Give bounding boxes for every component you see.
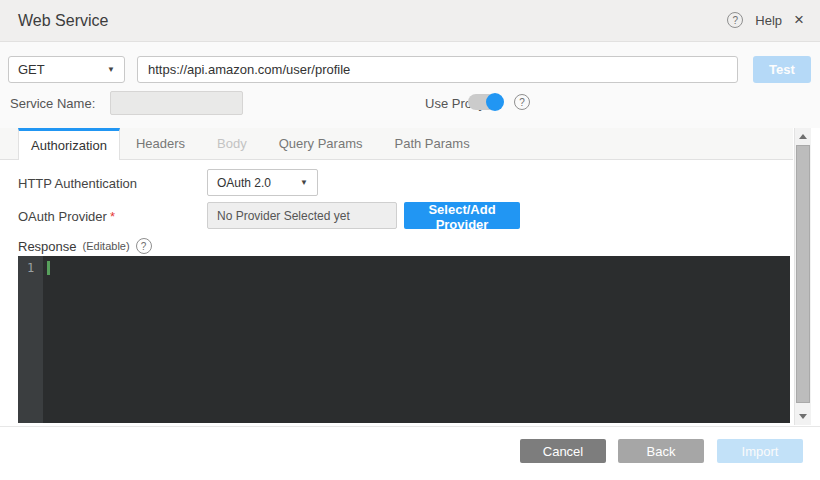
footer-divider bbox=[0, 426, 820, 427]
oauth-provider-label: OAuth Provider* bbox=[18, 209, 115, 224]
test-button[interactable]: Test bbox=[753, 56, 811, 83]
response-label-row: Response (Editable) ? bbox=[18, 238, 152, 254]
scroll-up-icon[interactable] bbox=[799, 134, 807, 139]
service-name-input[interactable] bbox=[110, 91, 243, 115]
scroll-down-icon[interactable] bbox=[799, 414, 807, 419]
chevron-down-icon: ▼ bbox=[107, 65, 115, 74]
close-icon[interactable]: × bbox=[794, 12, 804, 28]
select-add-provider-button[interactable]: Select/Add Provider bbox=[404, 202, 520, 229]
response-editable-hint: (Editable) bbox=[83, 240, 130, 252]
http-method-select[interactable]: GET ▼ bbox=[8, 56, 125, 83]
toggle-knob bbox=[486, 93, 504, 111]
url-input[interactable] bbox=[137, 56, 738, 83]
response-label: Response bbox=[18, 239, 77, 254]
cancel-button[interactable]: Cancel bbox=[520, 439, 606, 463]
tab-path-params[interactable]: Path Params bbox=[378, 128, 485, 159]
tab-bar: Authorization Headers Body Query Params … bbox=[0, 128, 793, 160]
editor-content[interactable] bbox=[43, 256, 790, 423]
http-authentication-label: HTTP Authentication bbox=[18, 176, 137, 191]
header-actions: ? Help × bbox=[727, 12, 804, 28]
text-cursor bbox=[47, 261, 50, 275]
oauth-provider-input bbox=[207, 202, 397, 229]
line-number: 1 bbox=[18, 261, 43, 275]
use-proxy-toggle[interactable] bbox=[468, 94, 503, 110]
help-icon-glyph: ? bbox=[733, 15, 739, 26]
chevron-down-icon: ▼ bbox=[300, 178, 308, 187]
proxy-help-glyph: ? bbox=[519, 97, 525, 108]
editor-gutter: 1 bbox=[18, 256, 43, 423]
vertical-scrollbar[interactable] bbox=[794, 128, 811, 425]
web-service-dialog: Web Service ? Help × GET ▼ Test Service … bbox=[0, 0, 820, 480]
help-icon[interactable]: ? bbox=[727, 12, 743, 28]
scrollbar-thumb[interactable] bbox=[796, 145, 810, 403]
response-help-icon[interactable]: ? bbox=[136, 238, 152, 254]
tab-authorization[interactable]: Authorization bbox=[18, 128, 120, 160]
help-label[interactable]: Help bbox=[755, 13, 782, 28]
toolbar-background bbox=[0, 42, 820, 128]
tab-body: Body bbox=[201, 128, 263, 159]
tab-headers[interactable]: Headers bbox=[120, 128, 201, 159]
dialog-header: Web Service ? Help × bbox=[0, 0, 820, 42]
required-asterisk: * bbox=[110, 209, 115, 224]
service-name-label: Service Name: bbox=[10, 96, 95, 111]
proxy-help-icon[interactable]: ? bbox=[514, 94, 530, 110]
http-authentication-value: OAuth 2.0 bbox=[217, 176, 271, 190]
response-code-editor[interactable]: 1 bbox=[18, 256, 790, 423]
tab-query-params[interactable]: Query Params bbox=[263, 128, 379, 159]
http-authentication-select[interactable]: OAuth 2.0 ▼ bbox=[207, 169, 318, 196]
oauth-provider-label-text: OAuth Provider bbox=[18, 209, 107, 224]
http-method-value: GET bbox=[18, 62, 45, 77]
back-button[interactable]: Back bbox=[618, 439, 704, 463]
import-button[interactable]: Import bbox=[717, 439, 803, 463]
page-title: Web Service bbox=[18, 12, 108, 30]
response-help-glyph: ? bbox=[141, 241, 147, 252]
